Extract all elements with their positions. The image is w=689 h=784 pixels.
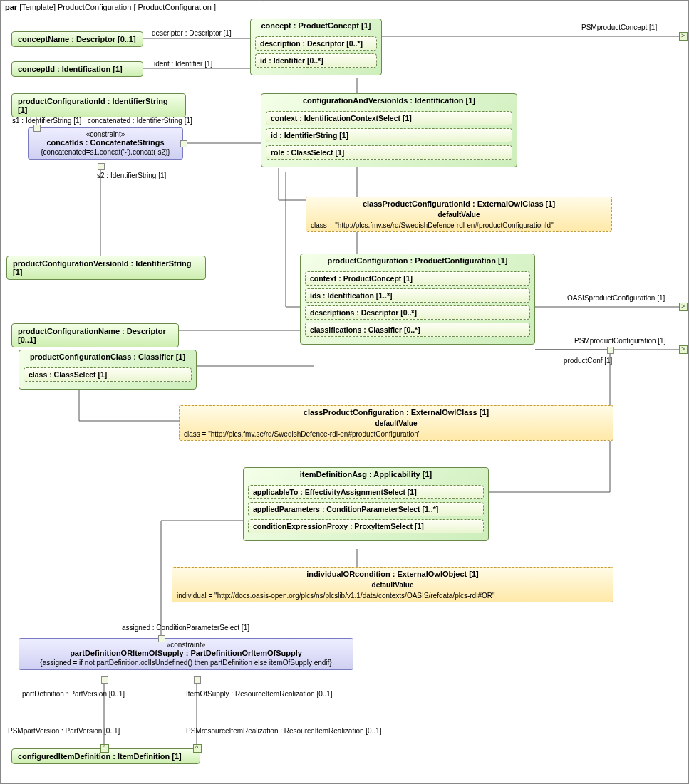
label-assigned: assigned : ConditionParameterSelect [1] <box>122 624 249 632</box>
port-concatenated <box>180 140 187 147</box>
pc-title: productConfiguration : ProductConfigurat… <box>301 254 534 267</box>
port-s2 <box>98 163 105 170</box>
pd-name: partDefinitionORItemOfSupply : PartDefin… <box>19 649 353 657</box>
label-psmPC: PSMproductConfiguration [1] <box>574 337 665 345</box>
ida-appliedParameters: appliedParameters : ConditionParameterSe… <box>248 502 484 516</box>
frame-param: [ ProductConfiguration ] <box>133 3 216 11</box>
pc-classifications: classifications : Classifier [0..*] <box>305 323 530 337</box>
label-itemOfSupply: ItemOfSupply : ResourceItemRealization [… <box>186 690 333 698</box>
conceptName: conceptName : Descriptor [0..1] <box>11 31 143 47</box>
ioc-title: individualORcondition : ExternalOwlObjec… <box>172 568 613 580</box>
cav-context: context : IdentificationContextSelect [1… <box>266 111 512 125</box>
concept-block: concept : ProductConcept [1] description… <box>250 19 382 75</box>
productConfigurationVersionId: productConfigurationVersionId : Identifi… <box>6 256 206 280</box>
port-productConf <box>607 347 614 354</box>
pc-ids: ids : Identification [1..*] <box>305 288 530 303</box>
pcc-class: class : ClassSelect [1] <box>24 367 192 382</box>
ioc-sub: defaultValue <box>172 580 613 590</box>
productConfigurationId: productConfigurationId : IdentifierStrin… <box>11 93 186 117</box>
productConfigurationClass: productConfigurationClass : Classifier [… <box>19 350 197 390</box>
cpc-sub: defaultValue <box>180 419 613 428</box>
concept-id: id : Identifier [0..*] <box>255 53 377 68</box>
itemDefinitionAsg: itemDefinitionAsg : Applicability [1] ap… <box>243 467 489 541</box>
constraint-expr: {concatenated=s1.concat('-').concat( s2)… <box>29 147 182 159</box>
cav-id: id : IdentifierString [1] <box>266 128 512 142</box>
port-oasisProductConfiguration <box>679 303 688 311</box>
ida-title: itemDefinitionAsg : Applicability [1] <box>244 468 488 481</box>
cpc-body: class = "http://plcs.fmv.se/rd/SwedishDe… <box>180 428 613 440</box>
label-concatenated: concatenated : IdentifierString [1] <box>88 117 192 125</box>
label-oasis: OASISproductConfiguration [1] <box>567 294 665 302</box>
port-psmPartVersion <box>100 744 109 753</box>
conceptId: conceptId : Identification [1] <box>11 61 143 77</box>
cav-role: role : ClassSelect [1] <box>266 145 512 160</box>
port-itemOfSupply <box>194 676 201 684</box>
port-psmProductConfiguration <box>679 345 688 354</box>
parametric-frame: par [Template] ProductConfiguration [ Pr… <box>0 0 689 784</box>
label-descriptor: descriptor : Descriptor [1] <box>152 29 232 37</box>
label-s1: s1 : IdentifierString [1] <box>12 117 81 125</box>
frame-kw: par <box>5 3 17 11</box>
port-partDefinition <box>101 676 108 684</box>
configAndVersionIds: configurationAndVersionIds : Identificat… <box>261 93 517 167</box>
ioc-body: individual = "http://docs.oasis-open.org… <box>172 590 613 602</box>
concept-description: description : Descriptor [0..*] <box>255 36 377 51</box>
pd-expr: {assigned = if not partDefinition.oclIsU… <box>19 657 353 669</box>
individualORcondition: individualORcondition : ExternalOwlObjec… <box>172 567 613 602</box>
port-s1 <box>33 125 41 132</box>
cav-title: configurationAndVersionIds : Identificat… <box>261 94 517 107</box>
ida-applicableTo: applicableTo : EffectivityAssignmentSele… <box>248 485 484 499</box>
label-psmResourceItem: PSMresourceItemRealization : ResourceIte… <box>186 727 382 735</box>
port-psmResourceItem <box>193 744 202 753</box>
label-s2: s2 : IdentifierString [1] <box>97 172 166 179</box>
classProductConfigurationId: classProductConfigurationId : ExternalOw… <box>306 197 612 232</box>
constraint-stereotype: «constraint» <box>29 128 182 138</box>
pcc-title: productConfigurationClass : Classifier [… <box>19 350 196 363</box>
pc-context: context : ProductConcept [1] <box>305 271 530 286</box>
classProductConfiguration: classProductConfiguration : ExternalOwlC… <box>179 405 613 441</box>
label-psmPartVersion: PSMpartVersion : PartVersion [0..1] <box>8 727 120 735</box>
concatIds-constraint: «constraint» concatIds : ConcatenateStri… <box>28 127 183 160</box>
cpcid-title: classProductConfigurationId : ExternalOw… <box>306 197 611 210</box>
ida-conditionExpressionProxy: conditionExpressionProxy : ProxyItemSele… <box>248 519 484 533</box>
productConfiguration: productConfiguration : ProductConfigurat… <box>300 254 535 345</box>
label-partDefinition: partDefinition : PartVersion [0..1] <box>22 690 125 698</box>
frame-name: ProductConfiguration <box>58 3 131 11</box>
cpcid-body: class = "http://plcs.fmv.se/rd/SwedishDe… <box>306 219 611 231</box>
label-psmProductConcept: PSMproductConcept [1] <box>581 23 657 31</box>
pc-descriptions: descriptions : Descriptor [0..*] <box>305 305 530 320</box>
frame-title: par [Template] ProductConfiguration [ Pr… <box>1 1 264 14</box>
port-psmProductConcept <box>679 32 688 41</box>
productConfigurationName: productConfigurationName : Descriptor [0… <box>11 323 179 347</box>
frame-kind: [Template] <box>19 3 56 11</box>
cpc-title: classProductConfiguration : ExternalOwlC… <box>180 406 613 419</box>
concept-title: concept : ProductConcept [1] <box>251 19 381 32</box>
cpcid-sub: defaultValue <box>306 210 611 219</box>
partDef-constraint: «constraint» partDefinitionORItemOfSuppl… <box>19 638 353 670</box>
label-ident: ident : Identifier [1] <box>154 60 212 68</box>
pd-stereotype: «constraint» <box>19 639 353 649</box>
label-productConf: productConf [1] <box>564 357 612 365</box>
constraint-name: concatIds : ConcatenateStrings <box>29 138 182 147</box>
port-assigned <box>158 635 165 642</box>
